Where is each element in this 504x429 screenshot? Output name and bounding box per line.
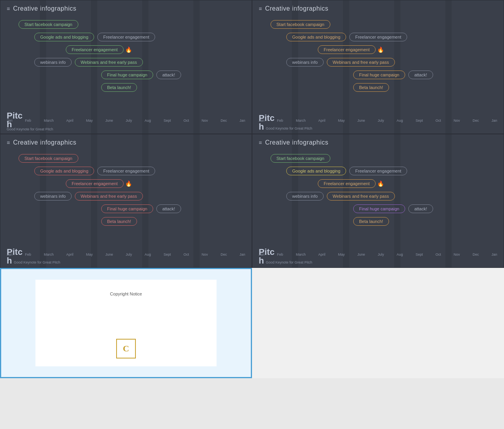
main-grid: ≡ Creative infographics Start facebook c…: [0, 0, 504, 378]
menu-icon-3: ≡: [7, 140, 10, 145]
footer-tagline: Good Keynote for Great Pitch: [266, 260, 312, 264]
timeline-row: Final huge campaign attack!: [353, 71, 493, 79]
slide-footer-3: Pitc h Good Keynote for Great Pitch: [7, 248, 60, 265]
axis-label: April: [66, 253, 73, 256]
footer-tagline: Good Keynote for Great Pitch: [14, 260, 60, 264]
timeline-row: Start facebook campaign: [271, 20, 493, 29]
axis-label: Oct: [183, 253, 189, 256]
axis-label: Dec: [220, 253, 227, 256]
axis-label: May: [338, 253, 345, 256]
slide-panel-1: ≡ Creative infographics Start facebook c…: [0, 0, 252, 134]
axis-label: Nov: [454, 253, 460, 256]
timeline-row: webinars info Webinars and free early pa…: [34, 192, 241, 201]
timeline-row: Final huge campaign attack!: [353, 204, 493, 213]
timeline-2: Start facebook campaign Google ads and b…: [259, 20, 497, 92]
footer-text-h: h: [7, 256, 12, 266]
timeline-4: Start facebook campaign Google ads and b…: [259, 154, 497, 226]
badge: Final huge campaign: [101, 204, 153, 213]
menu-icon-2: ≡: [259, 6, 262, 11]
timeline-row: Freelancer engagement 🔥: [318, 179, 493, 188]
axis-label: April: [318, 253, 325, 256]
axis-label: Dec: [220, 119, 227, 123]
badge: attack!: [408, 71, 433, 79]
timeline-row: Google ads and blogging Freelancer engag…: [34, 167, 241, 175]
axis-label: July: [378, 119, 384, 123]
axis-label: Jan: [239, 253, 245, 256]
timeline-row: Google ads and blogging Freelancer engag…: [286, 167, 493, 175]
timeline-3: Start facebook campaign Google ads and b…: [7, 154, 245, 226]
badge: Start facebook campaign: [19, 154, 78, 163]
badge: attack!: [156, 204, 181, 213]
slide-panel-2: ≡ Creative infographics Start facebook c…: [252, 0, 504, 134]
axis-label: Aug: [145, 253, 151, 256]
timeline-row: Google ads and blogging Freelancer engag…: [286, 33, 493, 41]
badge: Google ads and blogging: [34, 33, 94, 41]
timeline-row: Start facebook campaign: [19, 20, 241, 29]
badge: Beta launch!: [101, 217, 137, 226]
timeline-row: webinars info Webinars and free early pa…: [286, 192, 493, 201]
footer-branding: Pitc: [7, 111, 53, 120]
axis-label: June: [358, 119, 365, 123]
badge: Start facebook campaign: [19, 20, 78, 29]
badge: Final huge campaign: [353, 71, 405, 79]
slide-panel-3: ≡ Creative infographics Start facebook c…: [0, 134, 252, 268]
badge: Beta launch!: [353, 217, 389, 226]
timeline-row: Beta launch!: [101, 217, 241, 226]
axis-label: Oct: [435, 119, 441, 123]
badge: webinars info: [34, 192, 72, 201]
slide-panel-4: ≡ Creative infographics Start facebook c…: [252, 134, 504, 268]
flame-icon: 🔥: [377, 46, 384, 53]
footer-tagline: Good Keynote for Great Pitch: [7, 127, 53, 131]
timeline-row: Start facebook campaign: [271, 154, 493, 163]
slide-footer-1: Pitc h Good Keynote for Great Pitch: [7, 111, 53, 131]
timeline-row: Start facebook campaign: [19, 154, 241, 163]
axis-label: Sept: [163, 253, 171, 256]
axis-label: July: [126, 253, 132, 256]
badge: Webinars and free early pass: [75, 58, 143, 67]
axis-label: May: [86, 253, 93, 256]
timeline-row: Final huge campaign attack!: [101, 204, 241, 213]
badge: Final huge campaign: [101, 71, 153, 79]
timeline-row: Beta launch!: [353, 217, 493, 226]
axis-label: Nov: [202, 119, 208, 123]
badge: attack!: [408, 204, 433, 213]
footer-text-big: Pitc: [7, 111, 22, 120]
timeline-row: Google ads and blogging Freelancer engag…: [34, 33, 241, 41]
timeline-row: Beta launch!: [101, 83, 241, 92]
badge: Freelancer engagement: [349, 167, 407, 175]
badge: Start facebook campaign: [271, 20, 330, 29]
timeline-row: webinars info Webinars and free early pa…: [34, 58, 241, 67]
footer-tagline: Good Keynote for Great Pitch: [266, 126, 312, 130]
axis-label: Nov: [454, 119, 460, 123]
badge: webinars info: [286, 58, 324, 67]
badge: Freelancer engagement: [66, 45, 124, 54]
copyright-page: Copyright Notice C: [35, 280, 217, 366]
footer-sub: h Good Keynote for Great Pitch: [259, 256, 312, 265]
axis-label: Sept: [163, 119, 171, 123]
footer-branding: Pitc: [259, 114, 312, 123]
badge: Freelancer engagement: [97, 33, 155, 41]
axis-label: April: [66, 119, 73, 123]
badge: Webinars and free early pass: [75, 192, 143, 201]
timeline-1: Start facebook campaign Google ads and b…: [7, 20, 245, 92]
axis-label: June: [106, 253, 113, 256]
axis-label: Jan: [239, 119, 245, 123]
badge: Freelancer engagement: [318, 45, 376, 54]
badge: Final huge campaign: [353, 204, 405, 213]
badge: Beta launch!: [353, 83, 389, 92]
logo-placeholder: C: [116, 339, 136, 358]
timeline-row: Freelancer engagement 🔥: [66, 179, 241, 188]
axis-label: Aug: [145, 119, 151, 123]
badge: Google ads and blogging: [286, 167, 346, 175]
flame-icon: 🔥: [125, 46, 132, 53]
axis-label: July: [378, 253, 384, 256]
copyright-text: Copyright Notice: [110, 292, 142, 296]
axis-label: Oct: [183, 119, 189, 123]
badge: Webinars and free early pass: [327, 192, 395, 201]
axis-label: Oct: [435, 253, 441, 256]
badge: Beta launch!: [101, 83, 137, 92]
flame-icon: 🔥: [125, 180, 132, 187]
axis-label: May: [338, 119, 345, 123]
timeline-row: Freelancer engagement 🔥: [318, 45, 493, 54]
axis-label: June: [358, 253, 365, 256]
